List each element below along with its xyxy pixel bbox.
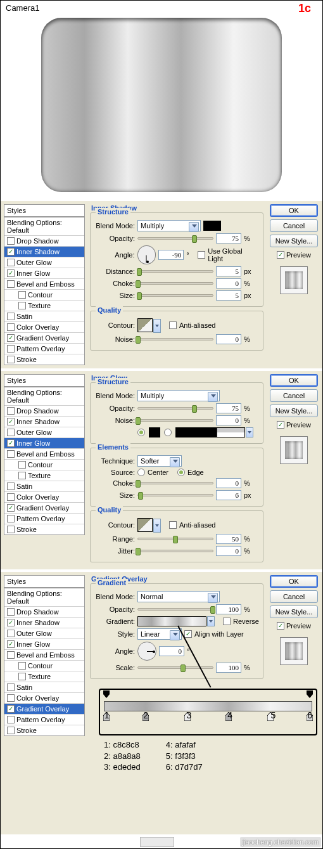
opacity-stop-icon[interactable] xyxy=(307,694,313,702)
glow-color-swatch[interactable] xyxy=(149,427,160,437)
gradient-style-select[interactable]: Linear xyxy=(137,628,182,640)
blend-mode-select[interactable]: Multiply xyxy=(137,220,201,231)
style-stroke[interactable]: Stroke xyxy=(4,524,84,534)
angle-input[interactable] xyxy=(158,250,184,260)
style-satin[interactable]: Satin xyxy=(4,311,84,321)
checkbox-icon[interactable] xyxy=(7,259,15,266)
checkbox-icon[interactable] xyxy=(7,334,15,342)
checkbox-icon[interactable] xyxy=(7,345,15,353)
source-center-radio[interactable] xyxy=(137,469,145,476)
contour-picker[interactable] xyxy=(137,518,153,532)
style-drop-shadow[interactable]: Drop Shadow xyxy=(4,405,84,416)
opacity-input[interactable] xyxy=(216,233,241,243)
anti-aliased-checkbox[interactable] xyxy=(169,521,177,529)
shadow-color-swatch[interactable] xyxy=(203,221,221,231)
scale-input[interactable] xyxy=(216,663,241,673)
cancel-button[interactable]: Cancel xyxy=(270,590,318,603)
checkbox-icon[interactable] xyxy=(7,313,15,320)
noise-input[interactable] xyxy=(216,334,241,344)
choke-input[interactable] xyxy=(216,478,241,488)
range-input[interactable] xyxy=(216,534,241,544)
style-pattern-overlay[interactable]: Pattern Overlay xyxy=(4,343,84,354)
preview-checkbox[interactable] xyxy=(277,251,284,259)
checkbox-icon[interactable] xyxy=(7,280,15,288)
style-bevel[interactable]: Bevel and Emboss xyxy=(4,448,84,459)
use-global-light-checkbox[interactable] xyxy=(198,251,205,259)
opacity-input[interactable] xyxy=(216,403,241,413)
anti-aliased-checkbox[interactable] xyxy=(169,321,177,329)
gradient-swatch[interactable] xyxy=(137,616,206,626)
blending-options-row[interactable]: Blending Options: Default xyxy=(4,588,84,606)
style-gradient-overlay[interactable]: Gradient Overlay xyxy=(4,502,84,513)
style-bevel[interactable]: Bevel and Emboss xyxy=(4,278,84,289)
opacity-stop-icon[interactable] xyxy=(103,694,110,702)
gradient-bar[interactable] xyxy=(104,701,312,711)
reverse-checkbox[interactable] xyxy=(223,618,231,625)
jitter-slider[interactable] xyxy=(137,550,213,552)
style-contour[interactable]: Contour xyxy=(4,459,84,470)
cancel-button[interactable]: Cancel xyxy=(270,219,318,232)
style-pattern-overlay[interactable]: Pattern Overlay xyxy=(4,714,84,725)
style-texture[interactable]: Texture xyxy=(4,300,84,311)
ok-button[interactable]: OK xyxy=(270,374,318,387)
style-inner-shadow[interactable]: Inner Shadow xyxy=(4,246,84,257)
new-style-button[interactable]: New Style... xyxy=(270,235,318,247)
jitter-input[interactable] xyxy=(216,546,241,556)
checkbox-icon[interactable] xyxy=(7,323,15,331)
distance-slider[interactable] xyxy=(137,270,213,273)
style-outer-glow[interactable]: Outer Glow xyxy=(4,427,84,437)
style-texture[interactable]: Texture xyxy=(4,671,84,682)
style-contour[interactable]: Contour xyxy=(4,289,84,300)
scale-slider[interactable] xyxy=(137,666,213,669)
align-with-layer-checkbox[interactable] xyxy=(184,630,192,638)
style-color-overlay[interactable]: Color Overlay xyxy=(4,491,84,502)
checkbox-icon[interactable] xyxy=(7,269,15,277)
style-inner-shadow[interactable]: Inner Shadow xyxy=(4,416,84,427)
source-edge-radio[interactable] xyxy=(177,469,185,476)
contour-picker[interactable] xyxy=(137,318,153,332)
style-inner-shadow[interactable]: Inner Shadow xyxy=(4,617,84,628)
style-satin[interactable]: Satin xyxy=(4,682,84,692)
cancel-button[interactable]: Cancel xyxy=(270,389,318,402)
checkbox-icon[interactable] xyxy=(18,291,26,299)
choke-slider[interactable] xyxy=(137,482,213,484)
blend-mode-select[interactable]: Multiply xyxy=(137,390,220,401)
noise-input[interactable] xyxy=(216,415,241,425)
style-color-overlay[interactable]: Color Overlay xyxy=(4,321,84,332)
opacity-input[interactable] xyxy=(216,604,241,614)
style-inner-glow[interactable]: Inner Glow xyxy=(4,268,84,278)
checkbox-icon[interactable] xyxy=(7,356,15,363)
size-slider[interactable] xyxy=(137,294,213,297)
style-inner-glow[interactable]: Inner Glow xyxy=(4,638,84,649)
angle-dial[interactable] xyxy=(137,245,156,264)
style-stroke[interactable]: Stroke xyxy=(4,725,84,735)
checkbox-icon[interactable] xyxy=(7,237,15,245)
style-outer-glow[interactable]: Outer Glow xyxy=(4,628,84,638)
angle-dial[interactable] xyxy=(137,642,156,661)
new-style-button[interactable]: New Style... xyxy=(270,606,318,618)
style-gradient-overlay[interactable]: Gradient Overlay xyxy=(4,332,84,343)
technique-select[interactable]: Softer xyxy=(137,455,182,467)
style-satin[interactable]: Satin xyxy=(4,481,84,491)
opacity-slider[interactable] xyxy=(137,608,213,611)
checkbox-icon[interactable] xyxy=(18,302,26,309)
style-outer-glow[interactable]: Outer Glow xyxy=(4,257,84,268)
ok-button[interactable]: OK xyxy=(270,204,318,217)
glow-gradient-swatch[interactable] xyxy=(175,427,245,437)
size-slider[interactable] xyxy=(137,494,213,496)
preview-checkbox[interactable] xyxy=(277,622,284,630)
new-style-button[interactable]: New Style... xyxy=(270,405,318,417)
style-pattern-overlay[interactable]: Pattern Overlay xyxy=(4,513,84,524)
style-drop-shadow[interactable]: Drop Shadow xyxy=(4,606,84,617)
size-input[interactable] xyxy=(216,290,241,301)
angle-input[interactable] xyxy=(159,646,184,656)
blend-mode-select[interactable]: Normal xyxy=(137,591,220,602)
range-slider[interactable] xyxy=(137,538,213,540)
choke-input[interactable] xyxy=(216,278,241,288)
preview-checkbox[interactable] xyxy=(277,421,284,429)
style-gradient-overlay[interactable]: Gradient Overlay xyxy=(4,703,84,714)
style-drop-shadow[interactable]: Drop Shadow xyxy=(4,235,84,246)
ok-button[interactable]: OK xyxy=(270,575,318,588)
glow-gradient-radio[interactable] xyxy=(164,429,172,436)
glow-color-radio[interactable] xyxy=(137,429,145,436)
